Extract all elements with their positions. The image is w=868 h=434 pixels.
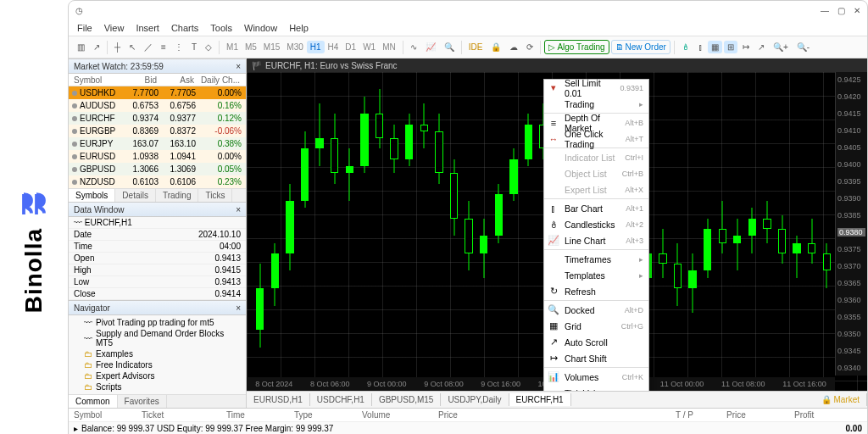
tf-M5[interactable]: M5 — [242, 41, 260, 53]
tool-new-icon[interactable]: ▥ — [74, 41, 88, 53]
maximize-button[interactable]: ▢ — [837, 6, 845, 15]
mw-close-icon[interactable]: × — [236, 62, 241, 71]
mw-row-NZDUSD[interactable]: NZDUSD0.61030.61060.23% — [69, 175, 246, 188]
nav-item[interactable]: 🗀 Expert Advisors — [69, 370, 246, 381]
tool-equidistant-icon[interactable]: ≡ — [158, 41, 170, 53]
mw-row-EURUSD[interactable]: EURUSD1.09381.09410.00% — [69, 150, 246, 163]
nav-close-icon[interactable]: × — [236, 303, 241, 313]
tool-shift-icon[interactable]: ↦ — [739, 41, 753, 53]
tool-crosshair-icon[interactable]: ┼ — [111, 41, 124, 53]
ctx-indicator-list: Indicator ListCtrl+I — [544, 149, 648, 165]
ctx-trading[interactable]: Trading▸ — [544, 96, 648, 112]
chart-canvas[interactable]: 0.94250.94200.94150.94100.94050.94000.93… — [247, 72, 867, 391]
tf-M15[interactable]: M15 — [260, 41, 283, 53]
ctx-grid[interactable]: ▦GridCtrl+G — [544, 318, 648, 334]
ctx-refresh[interactable]: ↻Refresh — [544, 283, 648, 299]
tf-H4[interactable]: H4 — [325, 41, 342, 53]
ctx-object-list: Object ListCtrl+B — [544, 165, 648, 181]
nav-item[interactable]: 🗀 Scripts — [69, 381, 246, 392]
dw-high: High0.9415 — [69, 264, 246, 276]
ctx-bar-chart[interactable]: ⫿Bar ChartAlt+1 — [544, 200, 648, 216]
tool-sync-icon[interactable]: ⟳ — [523, 41, 537, 53]
tool-text-icon[interactable]: T — [188, 41, 200, 53]
tf-H1[interactable]: H1 — [307, 41, 325, 53]
tool-zoom-icon[interactable]: 🔍 — [441, 41, 458, 53]
ide-button[interactable]: IDE — [465, 41, 487, 53]
mw-row-AUDUSD[interactable]: AUDUSD0.67530.67560.16% — [69, 99, 246, 112]
menu-tools[interactable]: Tools — [210, 23, 232, 33]
market-tab[interactable]: 🔒 Market — [815, 393, 867, 406]
ctx-sell-limit[interactable]: ▾Sell Limit 0.010.9391 — [544, 80, 648, 96]
chart-tab[interactable]: GBPUSD,M15 — [372, 393, 441, 406]
menu-window[interactable]: Window — [244, 23, 277, 33]
chart-title: 🏴EURCHF, H1: Euro vs Swiss Franc — [247, 58, 867, 72]
tool-trendline-icon[interactable]: ／ — [141, 40, 156, 55]
tool-cursor-icon[interactable]: ↖ — [125, 41, 139, 53]
nav-tab-common[interactable]: Common — [69, 395, 118, 408]
mw-row-EURJPY[interactable]: EURJPY163.07163.100.38% — [69, 137, 246, 150]
tool-layout-icon[interactable]: ⊞ — [724, 41, 737, 53]
market-watch-header: Market Watch: 23:59:59× — [69, 58, 246, 74]
dw-low: Low0.9413 — [69, 276, 246, 288]
tf-M30[interactable]: M30 — [283, 41, 306, 53]
chart-tab[interactable]: EURUSD,H1 — [247, 393, 310, 406]
tool-grid-icon[interactable]: ▦ — [708, 41, 722, 53]
menu-file[interactable]: File — [77, 23, 92, 33]
close-button[interactable]: ✕ — [854, 6, 860, 15]
tf-D1[interactable]: D1 — [342, 41, 359, 53]
tf-MN[interactable]: MN — [379, 41, 399, 53]
dw-open: Open0.9413 — [69, 253, 246, 264]
mw-row-USDHKD[interactable]: USDHKD7.77007.77050.00% — [69, 86, 246, 99]
mw-columns: SymbolBidAskDaily Ch... — [69, 74, 246, 86]
nav-item[interactable]: 🗀 Free Indicators — [69, 359, 246, 370]
tool-bars-icon[interactable]: ⫿ — [695, 41, 706, 53]
nav-item[interactable]: 🗀 Examples — [69, 348, 246, 359]
tool-shapes-icon[interactable]: ◇ — [202, 41, 215, 53]
mw-row-GBPUSD[interactable]: GBPUSD1.30661.30690.05% — [69, 163, 246, 175]
ctx-tick-volumes[interactable]: ⫿Tick Volumes — [544, 385, 648, 391]
chart-tab[interactable]: EURCHF,H1 — [509, 393, 571, 406]
dw-close-icon[interactable]: × — [236, 205, 241, 214]
tool-scroll-icon[interactable]: ↗ — [754, 41, 768, 53]
nav-item[interactable]: 〰 Supply and Demand Order Blocks MT5 — [69, 328, 246, 348]
menu-charts[interactable]: Charts — [171, 23, 198, 33]
mw-tab-symbols[interactable]: Symbols — [69, 189, 115, 202]
ctx-candlesticks[interactable]: 🕯CandlesticksAlt+2 — [544, 216, 648, 232]
menu-help[interactable]: Help — [289, 23, 309, 33]
mw-tab-details[interactable]: Details — [115, 189, 156, 202]
mw-row-EURCHF[interactable]: EURCHF0.93740.93770.12% — [69, 112, 246, 125]
ctx-volumes[interactable]: 📊VolumesCtrl+K — [544, 369, 648, 385]
tool-lock-icon[interactable]: 🔒 — [487, 41, 504, 53]
ctx-one-click-trading[interactable]: ↔One Click TradingAlt+T — [544, 131, 648, 147]
tool-chart-icon[interactable]: 📈 — [422, 41, 439, 53]
mw-row-EURGBP[interactable]: EURGBP0.83690.8372-0.06% — [69, 125, 246, 137]
mw-tab-ticks[interactable]: Ticks — [198, 189, 232, 202]
chart-tab[interactable]: USDCHF,H1 — [310, 393, 372, 406]
ctx-line-chart[interactable]: 📈Line ChartAlt+3 — [544, 232, 648, 248]
ctx-chart-shift[interactable]: ↦Chart Shift — [544, 350, 648, 366]
tool-arrow-icon[interactable]: ↗ — [90, 41, 103, 53]
nav-item[interactable]: 〰 Pivot Trading pp trading for mt5 — [69, 317, 246, 328]
mw-tab-trading[interactable]: Trading — [156, 189, 199, 202]
ctx-templates[interactable]: Templates▸ — [544, 267, 648, 283]
algo-trading-button[interactable]: ▷ Algo Trading — [544, 40, 609, 54]
tool-zoomout-icon[interactable]: 🔍- — [793, 41, 813, 53]
ctx-docked[interactable]: 🔍DockedAlt+D — [544, 302, 648, 318]
nav-tab-favorites[interactable]: Favorites — [118, 395, 167, 408]
minimize-button[interactable]: — — [821, 6, 829, 15]
tool-fibo-icon[interactable]: ⋮ — [171, 41, 186, 53]
menu-view[interactable]: View — [104, 23, 125, 33]
tool-candles-icon[interactable]: 🕯 — [678, 41, 693, 53]
menu-insert[interactable]: Insert — [136, 23, 159, 33]
tf-M1[interactable]: M1 — [223, 41, 242, 53]
dw-date: Date2024.10.10 — [69, 229, 246, 241]
chart-tab[interactable]: USDJPY,Daily — [441, 393, 509, 406]
new-order-button[interactable]: 🗎 New Order — [611, 40, 670, 54]
tool-zoomin-icon[interactable]: 🔍+ — [770, 41, 792, 53]
tf-W1[interactable]: W1 — [359, 41, 379, 53]
tool-indicator-icon[interactable]: ∿ — [407, 41, 420, 53]
ctx-auto-scroll[interactable]: ↗Auto Scroll — [544, 334, 648, 350]
tool-cloud-icon[interactable]: ☁ — [506, 41, 521, 53]
terminal-columns: SymbolTicketTimeTypeVolumePriceT / PPric… — [69, 409, 867, 422]
ctx-timeframes[interactable]: Timeframes▸ — [544, 251, 648, 267]
